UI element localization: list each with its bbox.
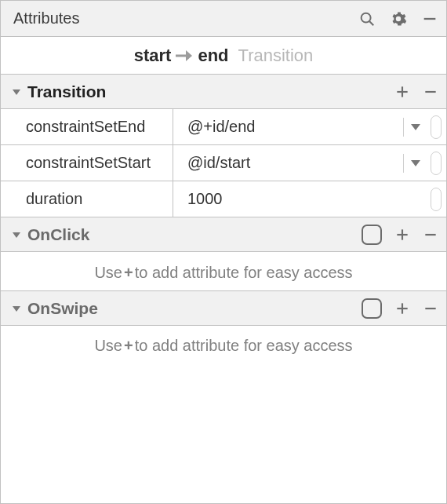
attr-value: 1000 bbox=[187, 190, 426, 208]
onclick-hint: Use + to add attribute for easy access bbox=[1, 252, 446, 291]
panel-header: Attributes bbox=[1, 1, 446, 37]
svg-line-1 bbox=[369, 21, 373, 25]
hint-post: to add attribute for easy access bbox=[135, 264, 353, 282]
attr-row-constraintsetstart[interactable]: constraintSetStart @id/start bbox=[1, 145, 446, 181]
plus-icon[interactable] bbox=[394, 227, 410, 243]
section-title: OnSwipe bbox=[27, 299, 362, 318]
section-title: OnClick bbox=[27, 225, 362, 244]
chevron-down-icon bbox=[12, 87, 21, 97]
attr-value-field[interactable]: 1000 bbox=[173, 181, 446, 217]
onswipe-hint: Use + to add attribute for easy access bbox=[1, 326, 446, 503]
attr-label: constraintSetStart bbox=[1, 145, 173, 181]
gear-icon[interactable] bbox=[390, 10, 407, 27]
chevron-down-icon[interactable] bbox=[410, 159, 421, 167]
checkbox-icon[interactable] bbox=[362, 298, 382, 319]
attributes-panel: Attributes start bbox=[0, 0, 447, 504]
divider bbox=[403, 118, 404, 137]
hint-pre: Use bbox=[94, 337, 122, 355]
hint-plus: + bbox=[124, 264, 133, 282]
section-header-onswipe[interactable]: OnSwipe bbox=[1, 291, 446, 326]
chevron-down-icon[interactable] bbox=[410, 123, 421, 131]
svg-point-0 bbox=[362, 13, 371, 22]
minus-icon[interactable] bbox=[423, 84, 438, 100]
resource-picker-icon[interactable] bbox=[431, 115, 442, 139]
plus-icon[interactable] bbox=[394, 301, 410, 316]
checkbox-icon[interactable] bbox=[362, 225, 382, 245]
hint-plus: + bbox=[124, 337, 133, 355]
hint-pre: Use bbox=[94, 264, 122, 282]
search-icon[interactable] bbox=[358, 10, 376, 27]
transition-end-label: end bbox=[198, 46, 228, 66]
attr-row-duration[interactable]: duration 1000 bbox=[1, 181, 446, 217]
section-header-transition[interactable]: Transition bbox=[1, 75, 446, 109]
divider bbox=[403, 154, 404, 173]
attr-value-field[interactable]: @+id/end bbox=[173, 109, 446, 144]
resource-picker-icon[interactable] bbox=[431, 188, 442, 211]
minimize-icon[interactable] bbox=[421, 10, 438, 27]
attr-value-field[interactable]: @id/start bbox=[173, 145, 446, 181]
svg-rect-3 bbox=[176, 54, 187, 57]
header-actions bbox=[358, 10, 438, 27]
resource-picker-icon[interactable] bbox=[431, 152, 442, 175]
attr-label: duration bbox=[1, 181, 173, 217]
chevron-down-icon bbox=[12, 304, 21, 313]
hint-post: to add attribute for easy access bbox=[135, 337, 353, 355]
attr-row-constraintsetend[interactable]: constraintSetEnd @+id/end bbox=[1, 109, 446, 145]
plus-icon[interactable] bbox=[394, 84, 410, 100]
minus-icon[interactable] bbox=[423, 301, 438, 316]
transition-breadcrumb: start end Transition bbox=[1, 37, 446, 75]
transition-start-label: start bbox=[134, 46, 172, 66]
section-title: Transition bbox=[27, 82, 394, 101]
transition-type-label: Transition bbox=[238, 46, 314, 66]
chevron-down-icon bbox=[12, 230, 21, 239]
arrow-right-icon bbox=[176, 49, 193, 63]
attr-label: constraintSetEnd bbox=[1, 109, 173, 144]
attr-value: @id/start bbox=[187, 154, 397, 172]
attr-value: @+id/end bbox=[187, 118, 397, 136]
minus-icon[interactable] bbox=[423, 227, 438, 243]
panel-title: Attributes bbox=[13, 9, 358, 27]
section-header-onclick[interactable]: OnClick bbox=[1, 217, 446, 252]
